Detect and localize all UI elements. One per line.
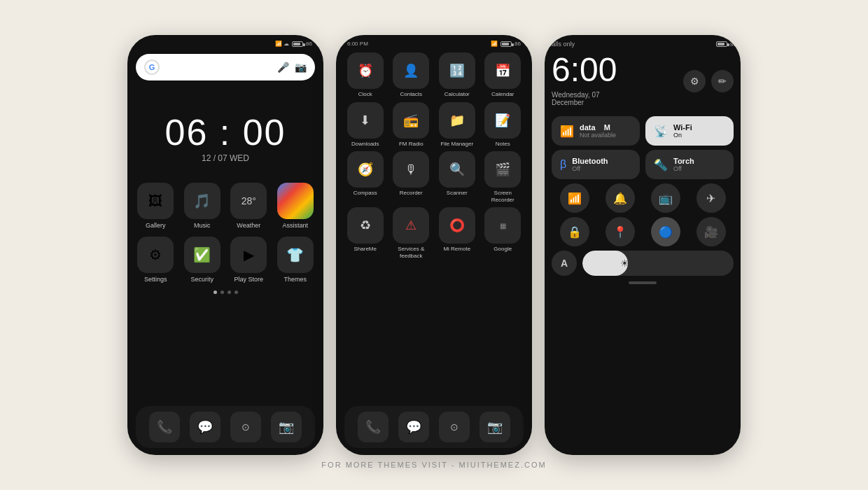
home-clock-date: 12 / 07 WED [136, 153, 315, 163]
ctrl-tile-data[interactable]: 📶 data M Not available [552, 116, 640, 146]
app-icon-google: ▦ [484, 207, 521, 244]
list-item[interactable]: 🎵 Music [183, 183, 223, 230]
list-item[interactable]: 🧭 Compass [344, 151, 386, 203]
quick-bell-icon[interactable]: 🔔 [606, 183, 635, 213]
quick-lock-icon[interactable]: 🔒 [560, 217, 589, 246]
dock-phone[interactable]: 📞 [149, 412, 180, 442]
dock2-chrome[interactable]: ⊙ [439, 412, 470, 442]
app-icon-settings: ⚙ [137, 237, 174, 273]
page-dots [136, 290, 315, 294]
home-clock-time: 06 : 00 [136, 114, 315, 150]
dock-messages[interactable]: 💬 [190, 412, 220, 442]
edit-icon[interactable]: ✏ [711, 70, 734, 92]
app-label-contacts: Contacts [400, 91, 422, 98]
phone-drawer: 6:00 PM 📶 86 ⏰ Clock 👤 Contacts 🔢 [336, 35, 532, 455]
list-item[interactable]: ▦ Google [482, 207, 524, 259]
list-item[interactable]: 🖼 Gallery [136, 183, 176, 230]
app-icon-miremote: ⭕ [439, 207, 475, 244]
app-icon-services: ⚠ [393, 207, 429, 244]
list-item[interactable]: ⚙ Settings [136, 237, 176, 284]
dock-camera[interactable]: 📷 [271, 412, 302, 442]
dock-chrome[interactable]: ⊙ [230, 412, 261, 442]
app-label-calculator: Calculator [444, 91, 470, 98]
wifi-icon: 📡 [654, 125, 668, 138]
quick-focus-icon[interactable]: 🔵 [651, 217, 680, 246]
app-label-fmradio: FM Radio [399, 141, 424, 148]
app-label-filemanager: File Manager [440, 141, 473, 148]
app-icon-calculator: 🔢 [439, 52, 475, 89]
watermark: FOR MORE THEMES VISIT - MIUITHEMEZ.COM [321, 461, 546, 469]
app-icon-gallery: 🖼 [137, 183, 174, 219]
list-item[interactable]: 📁 File Manager [436, 102, 478, 148]
app-label-playstore: Play Store [234, 276, 263, 284]
page-dot-3 [227, 290, 231, 294]
ctrl-tile-torch[interactable]: 🔦 Torch Off [645, 150, 734, 179]
torch-icon: 🔦 [654, 158, 668, 172]
quick-video-icon[interactable]: 🎥 [696, 217, 726, 246]
ctrl-battery: 86 [730, 41, 736, 48]
list-item[interactable]: 📝 Notes [482, 102, 524, 148]
ctrl-quick-row-2: 🔒 📍 🔵 🎥 [552, 217, 734, 246]
dock-2: 📞 💬 ⊙ 📷 [344, 406, 524, 448]
brightness-slider[interactable]: ☀ [582, 251, 734, 276]
app-label-music: Music [194, 222, 211, 230]
quick-cast-icon[interactable]: 📺 [651, 183, 680, 213]
app-label-downloads: Downloads [351, 141, 379, 148]
phone-controls: calls only 86 6:00 Wednesday, 07 Decembe… [545, 35, 741, 455]
list-item[interactable]: 🎙 Recorder [391, 151, 433, 203]
list-item[interactable]: 🔍 Scanner [436, 151, 478, 203]
app-label-shareme: ShareMe [354, 246, 377, 253]
list-item[interactable]: ⏰ Clock [344, 52, 386, 98]
list-item[interactable]: 👕 Themes [276, 237, 316, 284]
quick-wifi-icon[interactable]: 📶 [560, 183, 589, 213]
ctrl-quick-row-1: 📶 🔔 📺 ✈ [552, 183, 734, 213]
ctrl-call-status: calls only [549, 41, 575, 48]
quick-airplane-icon[interactable]: ✈ [696, 183, 726, 213]
status-icons-1: 📶 ☁ [275, 41, 289, 47]
dock2-camera[interactable]: 📷 [479, 412, 510, 442]
page-dot-2 [220, 290, 224, 294]
list-item[interactable]: 🎬 Screen Recorder [482, 151, 524, 203]
google-logo: G [144, 59, 160, 75]
list-item[interactable]: ⬇ Downloads [344, 102, 386, 148]
ctrl-tile-bluetooth[interactable]: β Bluetooth Off [552, 150, 640, 179]
brightness-label: A [552, 251, 577, 276]
list-item[interactable]: ⭕ Mi Remote [436, 207, 478, 259]
list-item[interactable]: Assistant [276, 183, 316, 230]
dock2-messages[interactable]: 💬 [398, 412, 429, 442]
quick-location-icon[interactable]: 📍 [606, 217, 635, 246]
list-item[interactable]: ✅ Security [183, 237, 223, 284]
list-item[interactable]: 🔢 Calculator [436, 52, 478, 98]
dock2-phone[interactable]: 📞 [358, 412, 388, 442]
list-item[interactable]: 📅 Calendar [482, 52, 524, 98]
list-item[interactable]: 📻 FM Radio [391, 102, 433, 148]
phone-home: 📶 ☁ 86 G 🎤 📷 06 : 00 12 / 07 WED 🖼 [127, 35, 323, 455]
google-search-bar[interactable]: G 🎤 📷 [136, 54, 315, 80]
app-icon-clock: ⏰ [347, 52, 384, 89]
app-label-settings: Settings [144, 276, 167, 284]
app-icon-shareme: ♻ [347, 207, 384, 244]
drawer-app-grid: ⏰ Clock 👤 Contacts 🔢 Calculator 📅 Calend… [344, 52, 524, 260]
app-icon-fmradio: 📻 [393, 102, 429, 139]
app-icon-playstore: ▶ [230, 237, 267, 273]
home-app-grid: 🖼 Gallery 🎵 Music 28° Weather Assistant … [136, 183, 315, 284]
list-item[interactable]: ⚠ Services & feedback [391, 207, 433, 259]
tile-torch-title: Torch [673, 157, 694, 165]
ctrl-tile-row-2: β Bluetooth Off 🔦 Torch Off [552, 150, 734, 179]
status-icons-2: 📶 [491, 41, 498, 47]
ctrl-tile-wifi[interactable]: 📡 Wi-Fi On [645, 116, 734, 146]
app-icon-assistant [277, 183, 314, 219]
list-item[interactable]: ▶ Play Store [229, 237, 269, 284]
home-indicator [629, 281, 657, 284]
app-label-notes: Notes [496, 141, 510, 148]
app-icon-calendar: 📅 [484, 52, 521, 89]
list-item[interactable]: 👤 Contacts [391, 52, 433, 98]
app-icon-notes: 📝 [484, 102, 521, 139]
settings-icon[interactable]: ⚙ [683, 70, 706, 92]
list-item[interactable]: 28° Weather [229, 183, 269, 230]
status-bar-2: 6:00 PM 📶 86 [336, 35, 532, 50]
list-item[interactable]: ♻ ShareMe [344, 207, 386, 259]
app-label-services: Services & feedback [391, 246, 433, 259]
app-icon-security: ✅ [184, 237, 220, 273]
lens-icon: 📷 [295, 62, 307, 73]
